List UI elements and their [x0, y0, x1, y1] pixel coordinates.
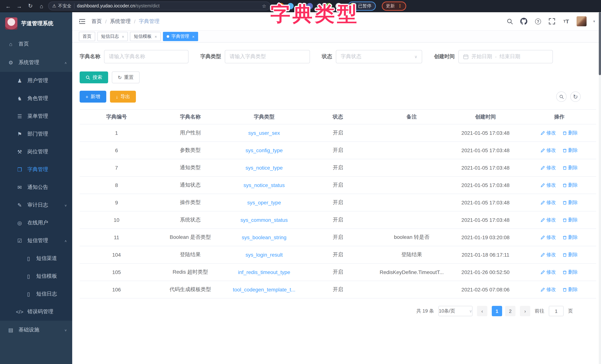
cell-dict-type-link[interactable]: sys_boolean_string	[227, 229, 301, 246]
cell-dict-type-link[interactable]: tool_codegen_template_t...	[227, 281, 301, 298]
help-icon[interactable]: ?	[534, 18, 542, 25]
edit-link[interactable]: 修改	[541, 269, 556, 275]
delete-link[interactable]: 删除	[563, 234, 578, 241]
edit-link[interactable]: 修改	[541, 182, 556, 189]
page-scrollbar[interactable]	[599, 12, 601, 364]
address-bar[interactable]: ⚠ 不安全 dashboard.yudao.iocoder.cn/system/…	[48, 1, 270, 10]
page-number-button[interactable]: 2	[505, 306, 515, 316]
tag-tab[interactable]: 短信模板 ×	[130, 32, 161, 41]
status-select[interactable]: 字典状态 ∨	[336, 50, 422, 63]
breadcrumb-item[interactable]: 字典管理	[139, 18, 160, 25]
edit-link[interactable]: 修改	[541, 217, 556, 223]
sidebar-item[interactable]: ♟ 用户管理	[0, 72, 72, 90]
edit-link[interactable]: 修改	[541, 130, 556, 136]
delete-link[interactable]: 删除	[563, 269, 578, 275]
cell-dict-type-link[interactable]: sys_login_result	[227, 246, 301, 263]
sidebar-item[interactable]: ♞ 角色管理	[0, 90, 72, 107]
fullscreen-icon[interactable]	[548, 18, 556, 25]
cell-dict-name: 通知状态	[153, 176, 227, 194]
refresh-table-button[interactable]: ↻	[570, 91, 581, 102]
user-caret-icon[interactable]: ▾	[593, 19, 595, 23]
page-size-select[interactable]: 10条/页 ∨	[439, 306, 472, 316]
close-icon[interactable]: ×	[192, 34, 195, 39]
cell-dict-type-link[interactable]: sys_user_sex	[227, 124, 301, 142]
cell-dict-type-link[interactable]: sys_oper_type	[227, 194, 301, 211]
sidebar-item[interactable]: ✎ 审计日志 ∨	[0, 196, 72, 214]
forward-icon[interactable]: →	[15, 1, 24, 10]
sidebar-item[interactable]: ⚒ 岗位管理	[0, 143, 72, 161]
edit-link[interactable]: 修改	[541, 286, 556, 293]
sidebar-item[interactable]: ✉ 通知公告	[0, 179, 72, 196]
edit-link[interactable]: 修改	[541, 234, 556, 241]
edit-link[interactable]: 修改	[541, 164, 556, 171]
cell-dict-type-link[interactable]: sys_notice_status	[227, 176, 301, 194]
logo-row[interactable]: 芋道管理系统	[0, 12, 72, 35]
scrollbar-thumb[interactable]	[599, 12, 601, 75]
table-row: 11 Boolean 是否类型 sys_boolean_string 开启 bo…	[80, 229, 596, 246]
home-icon[interactable]: ⌂	[37, 1, 46, 10]
delete-link[interactable]: 删除	[563, 164, 578, 171]
sidebar-item[interactable]: ▯ 短信模板	[0, 267, 72, 285]
sidebar-item[interactable]: ◎ 在线用户	[0, 214, 72, 232]
edit-link[interactable]: 修改	[541, 147, 556, 154]
browser-menu-icon[interactable]: ⋮	[398, 3, 402, 9]
add-button[interactable]: + 新增	[80, 91, 106, 102]
sidebar-item[interactable]: ⌂ 首页	[0, 35, 72, 53]
reset-button[interactable]: ↻ 重置	[112, 71, 140, 83]
dict-type-input[interactable]: 请输入字典类型	[225, 50, 310, 63]
sidebar-item[interactable]: ▯ 短信日志	[0, 285, 72, 303]
tag-tab[interactable]: 首页 ×	[79, 32, 95, 41]
github-icon[interactable]	[520, 18, 528, 25]
toggle-search-button[interactable]	[556, 91, 567, 102]
close-icon[interactable]: ×	[122, 34, 124, 39]
sidebar-item[interactable]: ❒ 字典管理	[0, 161, 72, 179]
sidebar-item[interactable]: ☑ 短信管理 ∧	[0, 232, 72, 250]
breadcrumb-item[interactable]: 系统管理	[110, 18, 131, 25]
delete-link[interactable]: 删除	[563, 199, 578, 206]
delete-link[interactable]: 删除	[563, 182, 578, 189]
font-size-icon[interactable]: TT	[562, 18, 570, 25]
tag-tab[interactable]: 短信日志 ×	[97, 32, 128, 41]
delete-link[interactable]: 删除	[563, 130, 578, 136]
filter-status: 状态 字典状态 ∨	[322, 50, 422, 63]
edit-link[interactable]: 修改	[541, 199, 556, 206]
next-page-button[interactable]: ›	[520, 306, 530, 316]
prev-page-button[interactable]: ‹	[477, 306, 487, 316]
sidebar-item[interactable]: </> 错误码管理	[0, 303, 72, 321]
cell-dict-type-link[interactable]: inf_redis_timeout_type	[227, 263, 301, 281]
cell-dict-type-link[interactable]: sys_common_status	[227, 211, 301, 229]
breadcrumb-item[interactable]: 首页	[91, 18, 102, 25]
reload-icon[interactable]: ↻	[26, 1, 35, 10]
sidebar-item[interactable]: ⚑ 部门管理	[0, 125, 72, 143]
sidebar-item-label: 菜单管理	[27, 113, 48, 120]
back-icon[interactable]: ←	[4, 1, 13, 10]
sidebar-item-icon: ✉	[16, 184, 23, 190]
search-icon[interactable]	[506, 18, 514, 25]
edit-link[interactable]: 修改	[541, 252, 556, 258]
date-range-picker[interactable]: 开始日期 - 结束日期	[459, 50, 553, 63]
sidebar-item[interactable]: ▤ 基础设施 ∨	[0, 321, 72, 339]
sidebar-item[interactable]: ⚙ 系统管理 ∧	[0, 53, 72, 72]
bookmark-star-icon[interactable]: ☆	[262, 3, 266, 9]
export-button[interactable]: ↓ 导出	[110, 91, 136, 102]
cell-dict-id: 6	[80, 142, 153, 159]
sidebar-collapse-icon[interactable]	[79, 18, 86, 24]
delete-link[interactable]: 删除	[563, 252, 578, 258]
cell-dict-type-link[interactable]: sys_notice_type	[227, 159, 301, 176]
delete-link[interactable]: 删除	[563, 217, 578, 223]
sidebar-item[interactable]: ☰ 菜单管理	[0, 107, 72, 125]
cell-dict-type-link[interactable]: sys_config_type	[227, 142, 301, 159]
dict-name-input[interactable]: 请输入字典名称	[104, 50, 189, 63]
security-warning[interactable]: ⚠ 不安全	[52, 3, 71, 9]
tag-tab[interactable]: 字典管理 ×	[163, 32, 198, 41]
delete-link[interactable]: 删除	[563, 286, 578, 293]
user-avatar[interactable]	[577, 16, 587, 26]
search-button[interactable]: 搜索	[80, 71, 108, 83]
goto-page-input[interactable]	[549, 306, 564, 316]
page-number-button[interactable]: 1	[492, 306, 502, 316]
table-row: 6 参数类型 sys_config_type 开启 2021-01-05 17:…	[80, 142, 596, 159]
sidebar-item[interactable]: ▯ 短信渠道	[0, 250, 72, 267]
close-icon[interactable]: ×	[155, 34, 157, 39]
delete-link[interactable]: 删除	[563, 147, 578, 154]
browser-update-button[interactable]: 更新 ⋮	[382, 1, 406, 10]
